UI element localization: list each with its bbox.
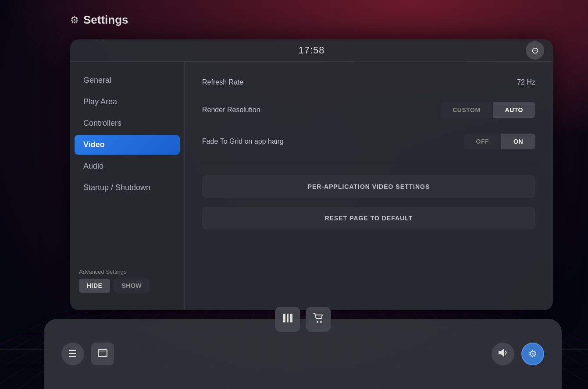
reset-page-button[interactable]: RESET PAGE TO DEFAULT: [202, 207, 535, 230]
refresh-rate-row: Refresh Rate 72 Hz: [202, 75, 535, 90]
menu-button[interactable]: ☰: [61, 343, 84, 365]
render-resolution-row: Render Resolution CUSTOM AUTO: [202, 99, 535, 121]
svg-rect-1: [98, 350, 107, 352]
fade-on-btn[interactable]: ON: [501, 134, 535, 149]
refresh-rate-value: 72 Hz: [517, 78, 535, 86]
settings-icon: ⚙: [528, 348, 537, 360]
svg-rect-2: [283, 314, 285, 322]
svg-point-6: [320, 321, 322, 323]
sidebar-item-play-area[interactable]: Play Area: [75, 92, 180, 112]
header-time: 17:58: [298, 45, 324, 56]
sidebar-item-audio[interactable]: Audio: [75, 156, 180, 176]
window-button[interactable]: [91, 343, 114, 365]
store-button[interactable]: [306, 307, 331, 332]
render-auto-btn[interactable]: AUTO: [493, 102, 535, 118]
taskbar-left: ☰: [61, 343, 114, 365]
fade-to-grid-row: Fade To Grid on app hang OFF ON: [202, 130, 535, 153]
divider-1: [202, 164, 535, 164]
volume-button[interactable]: [492, 343, 514, 365]
sidebar: General Play Area Controllers Video Audi…: [70, 62, 184, 310]
fade-off-btn[interactable]: OFF: [464, 134, 502, 149]
svg-rect-3: [287, 314, 289, 322]
hide-advanced-button[interactable]: HIDE: [79, 279, 110, 293]
panel-content: General Play Area Controllers Video Audi…: [70, 62, 553, 310]
svg-point-5: [317, 321, 318, 323]
sidebar-item-startup-shutdown[interactable]: Startup / Shutdown: [75, 178, 180, 198]
taskbar-center: [275, 307, 331, 332]
settings-title: Settings: [83, 13, 128, 27]
fade-to-grid-label: Fade To Grid on app hang: [202, 138, 284, 145]
advanced-buttons: HIDE SHOW: [75, 279, 180, 293]
steam-logo[interactable]: ⊙: [526, 41, 544, 60]
library-button[interactable]: [275, 307, 300, 332]
sidebar-nav: General Play Area Controllers Video Audi…: [70, 71, 184, 198]
settings-main: Refresh Rate 72 Hz Render Resolution CUS…: [185, 62, 553, 310]
settings-gear-icon: ⚙: [70, 14, 79, 26]
volume-icon: [498, 348, 508, 360]
render-resolution-toggle: CUSTOM AUTO: [440, 102, 535, 118]
window-icon: [98, 348, 107, 360]
svg-marker-7: [499, 349, 504, 357]
sidebar-item-general[interactable]: General: [75, 71, 180, 90]
main-panel: 17:58 ⊙ General Play Area Controllers Vi…: [70, 39, 553, 310]
advanced-settings-label: Advanced Settings: [75, 269, 180, 279]
library-icon: [282, 313, 293, 326]
taskbar-right: ⚙: [492, 343, 544, 365]
svg-rect-4: [290, 314, 292, 322]
render-custom-btn[interactable]: CUSTOM: [440, 102, 492, 118]
panel-header: 17:58 ⊙: [70, 39, 553, 62]
sidebar-item-video[interactable]: Video: [75, 135, 180, 155]
menu-icon: ☰: [68, 348, 77, 360]
sidebar-item-controllers[interactable]: Controllers: [75, 113, 180, 133]
per-application-video-button[interactable]: PER-APPLICATION VIDEO SETTINGS: [202, 175, 535, 198]
fade-to-grid-toggle: OFF ON: [464, 134, 536, 149]
show-advanced-button[interactable]: SHOW: [114, 279, 150, 293]
store-icon: [313, 312, 324, 326]
sidebar-bottom: Advanced Settings HIDE SHOW: [70, 264, 184, 301]
refresh-rate-label: Refresh Rate: [202, 78, 243, 86]
settings-button[interactable]: ⚙: [521, 343, 544, 365]
settings-title-bar: ⚙ Settings: [70, 13, 128, 27]
taskbar: ☰: [44, 319, 562, 389]
render-resolution-label: Render Resolution: [202, 106, 260, 114]
